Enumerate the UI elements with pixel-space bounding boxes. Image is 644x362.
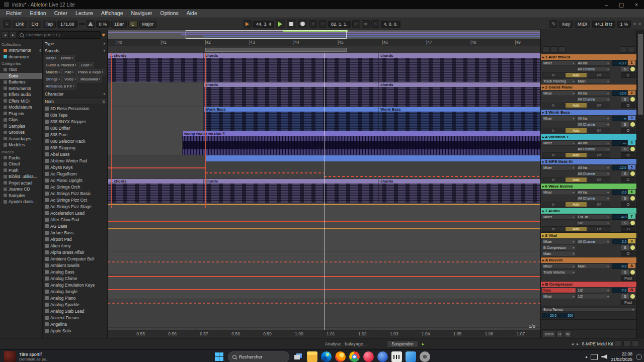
menu-fichier[interactable]: Fichier: [2, 9, 26, 18]
track-header-5-mpe-meld-ki[interactable]: ▸5 MPE Meld Ki Mixer▾All Ins▾All Channe▾…: [541, 159, 636, 184]
browser-sound-item[interactable]: Ac Strings Pizz Oct: [43, 197, 107, 203]
fold-icon[interactable]: ▸: [542, 258, 544, 262]
now-playing-widget[interactable]: Titre sportif Dembélé se po...: [0, 349, 53, 362]
tap-tempo-button[interactable]: Tap: [43, 21, 56, 28]
category-item-mod-les[interactable]: Modèles: [0, 142, 42, 148]
browser-sound-item[interactable]: Airport Pad: [43, 236, 107, 242]
midi-map-button[interactable]: MIDI: [575, 21, 590, 28]
browser-search[interactable]: [18, 31, 101, 39]
menu-options[interactable]: Options: [156, 9, 183, 18]
place-item-ajouter-dossi[interactable]: Ajouter dossi...: [0, 199, 42, 205]
monitor-off[interactable]: Off: [588, 202, 610, 207]
expand-tracks-icon[interactable]: [558, 46, 566, 53]
ext-button[interactable]: Ext: [29, 21, 41, 28]
filter-icon[interactable]: [102, 34, 106, 37]
track-header-8-vital[interactable]: ▸8 Vital Mixer▾All Channe▾B-Compressor▾M…: [541, 233, 636, 257]
search-input[interactable]: [25, 32, 99, 38]
routing-chip-track-volume[interactable]: Track Volume▾: [542, 269, 576, 275]
file-explorer-icon[interactable]: [307, 351, 317, 362]
track-activator[interactable]: [630, 171, 635, 176]
clip-womp-womp-version-4[interactable]: womp womp version 4: [182, 131, 540, 155]
solo-button[interactable]: S: [621, 196, 629, 201]
routing-chip-all-channe[interactable]: All Channe▾: [577, 97, 611, 102]
key-map-button[interactable]: Key: [559, 21, 573, 28]
clip-chords[interactable]: ... chords: [108, 179, 204, 203]
scale-root-display[interactable]: C: [128, 21, 138, 28]
browser-sound-item[interactable]: Analog Chime: [43, 275, 107, 282]
track-activator[interactable]: [630, 97, 635, 102]
category-item-samples[interactable]: Samples: [0, 123, 42, 130]
routing-chip-mixer[interactable]: Mixer▾: [542, 263, 576, 269]
routing-chip-all-ins[interactable]: All Ins▾: [577, 140, 611, 146]
fold-icon[interactable]: ▸: [542, 55, 544, 59]
clip-chords[interactable]: chords: [378, 82, 540, 107]
taskbar-clock[interactable]: 22:08 21/02/2025: [611, 351, 632, 362]
collection-item-instruments[interactable]: Instruments4: [0, 47, 42, 54]
loop-length-display[interactable]: 4. 0. 0.: [381, 21, 401, 28]
minimize-button[interactable]: –: [599, 0, 614, 9]
browser-sound-item[interactable]: Analog Jungle: [43, 288, 107, 295]
browser-forward-icon[interactable]: ▸: [10, 31, 17, 39]
track-name[interactable]: ▸4 variation 1: [541, 134, 636, 140]
browser-sound-item[interactable]: Ac Piano Upright: [43, 177, 107, 184]
crossfade-assign[interactable]: O: [621, 202, 635, 207]
browser-back-icon[interactable]: ◂: [2, 31, 9, 39]
menu-affichage[interactable]: Affichage: [97, 9, 127, 18]
track-header-2-grand-piano[interactable]: ▸2 Grand Piano Mixer▾All Ins▾All Channe▾…: [541, 84, 636, 110]
monitor-in[interactable]: In: [542, 202, 565, 207]
routing-chip-all-ins[interactable]: All Ins▾: [577, 116, 611, 121]
routing-chip-all-channe[interactable]: All Channe▾: [577, 66, 611, 72]
clip-chords[interactable]: chords: [203, 82, 379, 107]
browser-sound-item[interactable]: Ac Flugelhorn: [43, 170, 107, 177]
solo-button[interactable]: S: [621, 294, 629, 299]
clip-chords[interactable]: ... chords: [108, 53, 204, 82]
routing-chip-track-panning[interactable]: Track Panning▾: [542, 78, 576, 84]
category-item-modulateurs[interactable]: Modulateurs: [0, 104, 42, 111]
browser-sound-item[interactable]: Apple Solo: [43, 327, 107, 334]
routing-chip-main[interactable]: Main▾: [542, 288, 576, 293]
browser-sound-item[interactable]: Ancient Dream: [43, 314, 107, 321]
time-signature-display[interactable]: [79, 23, 85, 25]
track-activator[interactable]: [630, 196, 635, 201]
monitor-auto[interactable]: Auto: [565, 177, 588, 183]
io-toggle-icon[interactable]: [628, 46, 635, 53]
scale-name-display[interactable]: Major: [139, 21, 157, 28]
punch-in-icon[interactable]: ⌐: [352, 20, 360, 28]
track-volume-value[interactable]: -∞: [612, 116, 627, 121]
filter-chip-pad[interactable]: Pad ›: [62, 69, 75, 75]
solo-button[interactable]: S: [621, 66, 629, 72]
routing-chip-all-channe[interactable]: All Channe▾: [577, 239, 611, 244]
scrollbar-thumb[interactable]: [638, 34, 643, 115]
track-header-6-wave-evolve[interactable]: ▸6 Wave Evolve Mixer▾All Ins▾All Channe▾…: [541, 184, 636, 208]
sort-icon[interactable]: ≡: [103, 99, 105, 104]
place-item-push[interactable]: Push: [0, 167, 42, 174]
routing-chip-all-channe[interactable]: All Channe▾: [577, 171, 611, 176]
tray-chevron-icon[interactable]: ▴: [585, 354, 587, 359]
track-name[interactable]: ▸5 MPE Meld Ki: [541, 159, 636, 164]
browser-sound-item[interactable]: Analog Emulation Keys: [43, 282, 107, 288]
detail-toggle-icon[interactable]: [632, 340, 639, 347]
mail-icon[interactable]: [406, 351, 416, 362]
track-activator[interactable]: [630, 245, 635, 250]
maximize-button[interactable]: ▢: [614, 0, 629, 9]
place-item-packs[interactable]: Packs: [0, 155, 42, 161]
crossfade-assign[interactable]: O: [621, 128, 635, 133]
solo-button[interactable]: S: [621, 269, 629, 275]
tray-network-icon[interactable]: [591, 354, 598, 360]
routing-chip-mixer[interactable]: Mixer▾: [542, 116, 576, 121]
arrangement-overview[interactable]: [108, 30, 540, 39]
close-button[interactable]: ×: [629, 0, 644, 9]
filter-chip-strings[interactable]: Strings ›: [44, 76, 62, 82]
track-volume-value[interactable]: -13.7: [612, 60, 627, 66]
routing-chip-b-compressor[interactable]: B-Compressor▾: [542, 245, 576, 250]
browser-sound-item[interactable]: Airfare Bass: [43, 229, 107, 236]
track-header-4-variation-1[interactable]: ▸4 variation 1 Mixer▾All Ins▾All Channe▾…: [541, 134, 636, 159]
playhead[interactable]: [324, 53, 325, 330]
monitor-auto[interactable]: Auto: [565, 72, 588, 78]
clip-wonk-bass[interactable]: Wonk Bass: [203, 107, 379, 131]
browser-sound-item[interactable]: Analog Bass: [43, 268, 107, 275]
routing-chip-mixer[interactable]: Mixer▾: [542, 294, 576, 299]
fold-icon[interactable]: ▸: [542, 160, 544, 164]
clip-view-icon[interactable]: [615, 340, 622, 347]
routing-chip-mixer[interactable]: Mixer▾: [542, 190, 576, 195]
